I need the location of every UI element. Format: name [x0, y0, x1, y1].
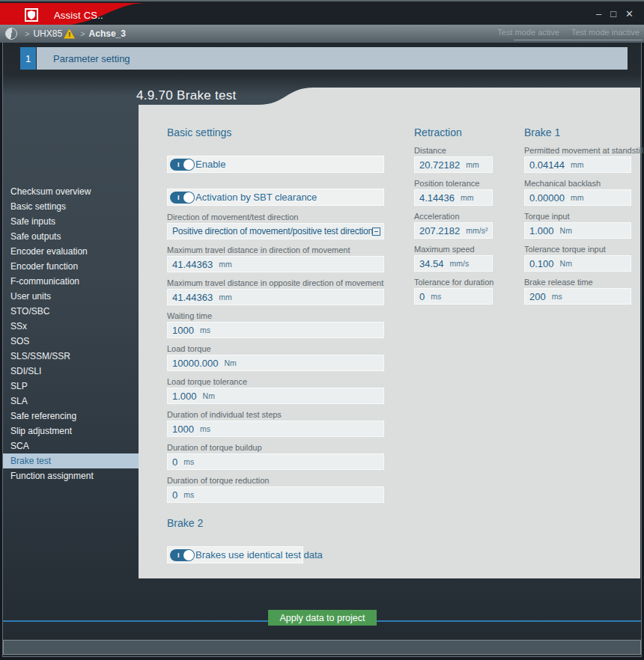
sidebar-item[interactable]: SOS [3, 334, 139, 349]
content-panel: Basic settings I Enable I Activation by … [139, 88, 640, 578]
field-label: Tolerance for duration [414, 278, 493, 287]
sidebar-item[interactable]: SLA [3, 394, 139, 409]
field-input[interactable]: 0 ms [167, 486, 384, 503]
toggle-on-icon[interactable]: I [170, 192, 195, 204]
sidebar-item[interactable]: User units [3, 289, 139, 304]
field-input[interactable]: 41.44363 mm [167, 289, 384, 305]
enable-toggle-row[interactable]: I Enable [167, 156, 384, 173]
field-value: 4.14436 [419, 192, 455, 204]
field-input[interactable]: 1.000 Nm [167, 388, 384, 404]
toggle-label: Brakes use identical test data [195, 549, 323, 560]
close-button[interactable]: ✕ [625, 8, 634, 20]
sidebar-item[interactable]: SLS/SSM/SSR [3, 349, 139, 364]
sidebar-item[interactable]: Safe outputs [3, 229, 139, 244]
field-input[interactable]: 10000.000 Nm [167, 355, 384, 371]
field-value: 34.54 [419, 258, 444, 269]
field-row: Maximum travel distance in opposite dire… [167, 278, 384, 305]
sidebar-item[interactable]: SDI/SLI [3, 364, 139, 379]
sidebar-item-label: STO/SBC [10, 306, 49, 317]
sidebar-item-label: SDI/SLI [10, 366, 41, 376]
sidebar-item[interactable]: Encoder evaluation [3, 244, 139, 259]
shield-icon [28, 10, 35, 19]
sidebar-item[interactable]: Basic settings [3, 199, 139, 214]
field-row: Acceleration 207.2182 mm/s² [414, 212, 493, 239]
toggle-label: Enable [195, 159, 225, 170]
field-input[interactable]: 0.100 Nm [524, 255, 631, 272]
sbt-clearance-toggle-row[interactable]: I Activation by SBT clearance [167, 189, 384, 206]
field-unit: mm [461, 193, 474, 202]
apply-data-button[interactable]: Apply data to project [268, 610, 377, 626]
minimize-button[interactable]: – [596, 8, 601, 20]
network-icon[interactable] [5, 28, 17, 40]
sidebar-item[interactable]: Safe referencing [3, 409, 139, 424]
combobox-icon[interactable] [372, 227, 380, 236]
field-input[interactable]: 41.44363 mm [167, 256, 384, 272]
field-input[interactable]: 0.00000 mm [524, 189, 631, 206]
breadcrumb-axis[interactable]: Achse_3 [89, 28, 126, 39]
field-row: Mechanical backlash 0.00000 mm [524, 179, 631, 206]
sidebar-item[interactable]: STO/SBC [3, 304, 139, 319]
sidebar-item-label: Encoder function [10, 261, 78, 272]
field-unit: ms [431, 292, 441, 301]
field-row: Permitted movement at standstill 0.04144… [524, 146, 631, 173]
field-label: Duration of torque buildup [167, 443, 384, 453]
sidebar-item-label: SCA [10, 441, 29, 451]
wizard-step-label[interactable]: Parameter setting [37, 47, 628, 70]
sidebar-item[interactable]: Function assignment [3, 468, 139, 483]
toggle-on-icon[interactable]: I [170, 549, 195, 561]
field-unit: Nm [203, 391, 215, 400]
sidebar-item[interactable]: SLP [3, 379, 139, 394]
field-value: 0.00000 [529, 192, 565, 204]
field-input[interactable]: 1000 ms [167, 322, 384, 338]
field-input[interactable]: 1.000 Nm [524, 222, 631, 239]
identical-test-data-toggle-row[interactable]: I Brakes use identical test data [167, 546, 303, 563]
basic-settings-fields: Maximum travel distance in direction of … [167, 245, 384, 503]
sidebar-item-label: SLP [10, 381, 28, 391]
test-mode-active-link[interactable]: Test mode active [497, 28, 559, 37]
toggle-on-icon[interactable]: I [170, 159, 195, 171]
sidebar-item[interactable]: Checksum overview [3, 184, 139, 199]
sidebar-item[interactable]: Slip adjustment [3, 424, 139, 439]
field-label: Maximum travel distance in direction of … [167, 245, 384, 255]
field-value: 1000 [172, 325, 194, 336]
sidebar-item-label: SLA [10, 396, 28, 406]
maximize-button[interactable]: □ [610, 8, 616, 20]
toggle-knob [183, 550, 194, 560]
field-input[interactable]: 4.14436 mm [414, 189, 493, 206]
sidebar-item[interactable]: Encoder function [3, 259, 139, 274]
field-unit: Nm [560, 259, 572, 268]
sidebar-item[interactable]: SCA [3, 439, 139, 453]
sidebar-item-label: Safe referencing [10, 411, 76, 421]
chevron-right-icon: > [80, 29, 85, 38]
test-mode-links: Test mode active Test mode inactive [497, 28, 640, 37]
application-window: Assist CS.. – □ ✕ > UHX85 ! > Achse_3 Te… [0, 0, 644, 660]
field-input[interactable]: 0.04144 mm [524, 156, 631, 173]
breadcrumb-device[interactable]: UHX85 [33, 28, 62, 39]
sidebar-item[interactable]: SSx [3, 319, 139, 334]
sidebar-item[interactable]: F-communication [3, 274, 139, 289]
field-label: Position tolerance [414, 179, 493, 189]
field-unit: Nm [224, 358, 236, 367]
field-input[interactable]: 207.2182 mm/s² [414, 222, 493, 239]
field-label: Distance [414, 146, 493, 156]
sidebar-nav: Checksum overview Basic settings Safe in… [3, 184, 139, 483]
sidebar-item[interactable]: Brake test [3, 453, 139, 468]
direction-select[interactable]: Positive direction of movement/positive … [167, 223, 384, 239]
field-input[interactable]: 0 ms [167, 453, 384, 470]
field-value: 0 [172, 489, 177, 501]
field-input[interactable]: 1000 ms [167, 421, 384, 437]
sidebar-item[interactable]: Safe inputs [3, 214, 139, 229]
test-mode-inactive-link[interactable]: Test mode inactive [571, 28, 640, 37]
sidebar-item-label: Basic settings [10, 201, 66, 212]
wizard-step-number: 1 [20, 47, 36, 70]
section-heading: Retraction [414, 126, 493, 139]
field-input[interactable]: 0 ms [414, 288, 493, 305]
brake1-fields: Permitted movement at standstill 0.04144… [524, 146, 631, 305]
field-label: Maximum speed [414, 245, 493, 254]
field-value: 0 [419, 291, 425, 302]
field-input[interactable]: 200 ms [524, 288, 631, 305]
field-label: Acceleration [414, 212, 493, 221]
field-input[interactable]: 20.72182 mm [414, 156, 493, 173]
field-value: 10000.000 [172, 358, 218, 369]
field-input[interactable]: 34.54 mm/s [414, 255, 493, 272]
